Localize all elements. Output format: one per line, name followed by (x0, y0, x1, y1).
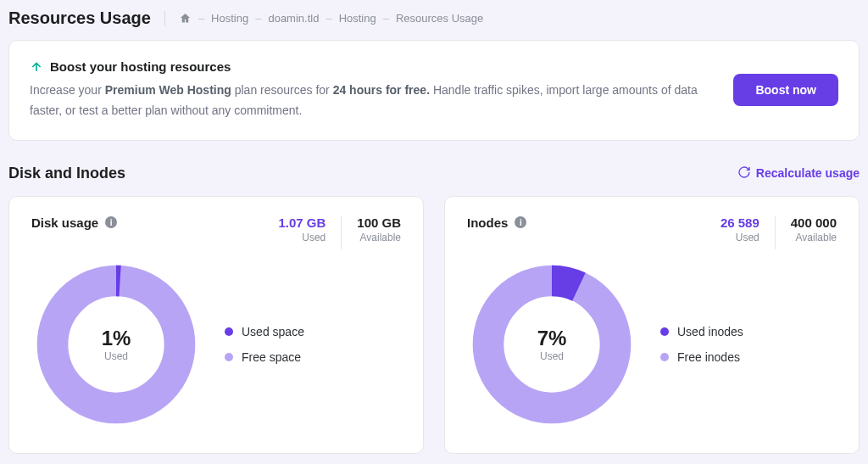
legend-label: Free space (242, 350, 301, 364)
recalculate-link[interactable]: Recalculate usage (737, 165, 860, 182)
legend-item: Used inodes (660, 325, 743, 338)
inodes-avail-label: Available (791, 232, 837, 243)
recalculate-label: Recalculate usage (756, 166, 860, 180)
breadcrumb-item[interactable]: doamin.tld (268, 12, 319, 25)
disk-percent: 1% (102, 327, 131, 350)
boost-title: Boost your hosting resources (50, 59, 231, 74)
page-title: Resources Usage (8, 8, 151, 28)
breadcrumb: – Hosting – doamin.tld – Hosting – Resou… (179, 12, 483, 25)
legend-dot-used-icon (225, 327, 233, 336)
legend-dot-used-icon (660, 327, 669, 336)
disk-used-value: 1.07 GB (278, 215, 326, 230)
inodes-avail-value: 400 000 (791, 215, 837, 230)
breadcrumb-sep: – (383, 12, 389, 25)
breadcrumb-item[interactable]: Hosting (339, 12, 376, 25)
info-icon[interactable]: i (105, 216, 117, 228)
disk-donut-chart: 1% Used (31, 260, 201, 429)
inodes-percent: 7% (537, 327, 567, 350)
disk-avail-label: Available (357, 232, 401, 243)
info-icon[interactable]: i (515, 216, 526, 228)
arrow-up-icon (30, 60, 43, 74)
legend-label: Used inodes (677, 325, 743, 338)
refresh-icon (737, 165, 751, 182)
inodes-title: Inodes (467, 215, 508, 230)
breadcrumb-sep: – (198, 12, 204, 25)
disk-percent-sub: Used (104, 350, 128, 362)
breadcrumb-sep: – (326, 12, 331, 25)
legend-dot-free-icon (225, 353, 233, 361)
inodes-legend: Used inodes Free inodes (660, 325, 743, 364)
legend-label: Used space (242, 325, 304, 338)
inodes-percent-sub: Used (540, 350, 564, 362)
boost-now-button[interactable]: Boost now (733, 74, 838, 106)
disk-usage-card: Disk usage i 1.07 GB Used 100 GB Availab… (8, 196, 424, 454)
stat-divider (341, 215, 342, 249)
disk-legend: Used space Free space (225, 325, 304, 364)
legend-item: Used space (225, 325, 304, 338)
disk-avail-value: 100 GB (357, 215, 401, 230)
breadcrumb-sep: – (255, 12, 261, 25)
section-title: Disk and Inodes (8, 165, 125, 182)
legend-item: Free inodes (660, 350, 743, 364)
boost-card: Boost your hosting resources Increase yo… (8, 40, 860, 141)
legend-dot-free-icon (660, 353, 669, 361)
inodes-donut-chart: 7% Used (467, 260, 637, 429)
breadcrumb-item[interactable]: Hosting (211, 12, 248, 25)
inodes-used-label: Used (721, 232, 760, 243)
disk-usage-title: Disk usage (31, 215, 98, 230)
inodes-used-value: 26 589 (721, 215, 760, 230)
legend-label: Free inodes (677, 350, 740, 364)
inodes-usage-card: Inodes i 26 589 Used 400 000 Available (444, 196, 860, 454)
divider (164, 11, 165, 26)
home-icon[interactable] (179, 12, 192, 25)
legend-item: Free space (225, 350, 304, 364)
disk-used-label: Used (278, 232, 326, 243)
stat-divider (775, 215, 776, 249)
boost-description: Increase your Premium Web Hosting plan r… (30, 81, 713, 121)
breadcrumb-item: Resources Usage (396, 12, 483, 25)
